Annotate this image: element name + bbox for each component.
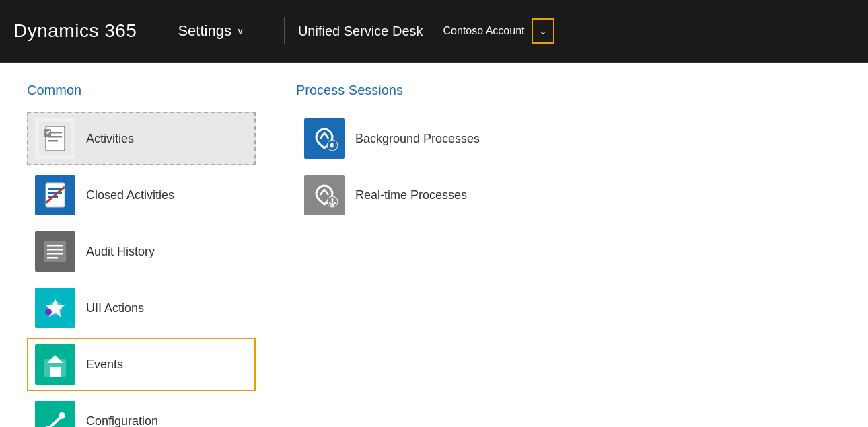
svg-point-31 xyxy=(330,143,334,147)
background-processes-icon xyxy=(304,118,345,159)
svg-point-35 xyxy=(332,198,334,200)
settings-menu[interactable]: Settings ∨ xyxy=(171,22,250,40)
menu-item-realtime-processes[interactable]: Real-time Processes xyxy=(296,168,525,222)
menu-item-background-processes[interactable]: Background Processes xyxy=(296,112,525,165)
svg-rect-4 xyxy=(48,140,58,142)
main-content: Common Activities xyxy=(0,63,868,427)
svg-point-27 xyxy=(59,412,65,419)
background-processes-label: Background Processes xyxy=(355,132,480,146)
svg-rect-13 xyxy=(44,241,66,262)
menu-item-closed-activities[interactable]: Closed Activities xyxy=(27,168,256,222)
menu-item-events[interactable]: Events xyxy=(27,338,256,391)
closed-activities-label: Closed Activities xyxy=(86,188,174,202)
process-sessions-title: Process Sessions xyxy=(296,83,525,98)
menu-item-activities[interactable]: Activities xyxy=(27,112,256,165)
audit-history-label: Audit History xyxy=(86,245,155,259)
svg-rect-24 xyxy=(50,367,61,377)
realtime-processes-label: Real-time Processes xyxy=(355,188,467,202)
activities-label: Activities xyxy=(86,132,134,146)
svg-rect-14 xyxy=(47,245,63,247)
header: Dynamics 365 Settings ∨ Unified Service … xyxy=(0,0,868,63)
settings-chevron-icon: ∨ xyxy=(237,26,244,36)
account-dropdown-button[interactable]: ⌄ xyxy=(532,18,554,44)
svg-rect-15 xyxy=(47,249,63,251)
activities-icon xyxy=(35,118,75,159)
account-label: Contoso Account xyxy=(443,25,525,37)
svg-rect-16 xyxy=(47,253,63,255)
menu-item-uii-actions[interactable]: UII Actions xyxy=(27,281,256,335)
header-divider xyxy=(284,17,285,44)
configuration-icon xyxy=(35,401,75,427)
audit-history-icon xyxy=(35,231,75,272)
uii-actions-label: UII Actions xyxy=(86,301,144,315)
common-section: Common Activities xyxy=(27,83,256,427)
configuration-label: Configuration xyxy=(86,414,158,428)
menu-item-configuration[interactable]: Configuration xyxy=(27,394,256,427)
realtime-processes-icon xyxy=(304,175,345,215)
closed-activities-icon xyxy=(35,175,75,215)
settings-label: Settings xyxy=(178,22,231,40)
common-section-title: Common xyxy=(27,83,256,98)
events-label: Events xyxy=(86,358,123,372)
svg-point-21 xyxy=(45,309,52,315)
process-sessions-section: Process Sessions Background Processes xyxy=(296,83,525,427)
events-icon xyxy=(35,344,75,385)
usd-label: Unified Service Desk xyxy=(298,24,423,39)
app-title: Dynamics 365 xyxy=(13,20,157,42)
menu-item-audit-history[interactable]: Audit History xyxy=(27,225,256,278)
svg-rect-17 xyxy=(47,257,58,259)
uii-actions-icon xyxy=(35,288,75,328)
